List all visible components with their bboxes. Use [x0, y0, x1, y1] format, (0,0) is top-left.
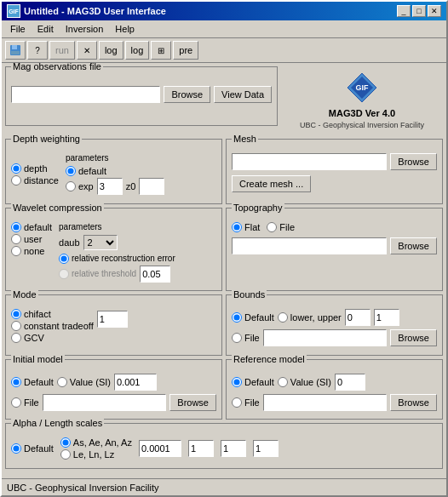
mag-obs-input[interactable] [11, 86, 160, 103]
initial-browse-button[interactable]: Browse [169, 394, 216, 411]
distance-radio[interactable] [11, 175, 21, 186]
initial-value-input[interactable] [114, 374, 157, 391]
chifact-radio[interactable] [11, 309, 21, 319]
wavelet-user-radio[interactable] [11, 234, 21, 244]
bounds-default-radio[interactable] [232, 312, 242, 323]
mesh-input[interactable] [232, 153, 387, 170]
gcv-radio[interactable] [11, 333, 21, 343]
alpha-le-ln-radio[interactable] [60, 449, 71, 460]
initial-default-label[interactable]: Default [11, 377, 54, 387]
wavelet-none-radio[interactable] [11, 246, 21, 256]
rel-recon-radio[interactable] [59, 254, 69, 264]
bounds-file-label[interactable]: File [232, 329, 260, 346]
toolbar-save-button[interactable] [5, 41, 26, 60]
bounds-browse-button[interactable]: Browse [390, 329, 437, 346]
toolbar-pre-button[interactable]: pre [173, 41, 198, 60]
alpha-default-value[interactable] [139, 440, 181, 457]
mag-obs-view-data-button[interactable]: View Data [214, 86, 272, 103]
svg-text:GIF: GIF [356, 83, 370, 92]
alpha-val1[interactable] [188, 440, 214, 457]
menu-inversion[interactable]: Inversion [60, 22, 109, 36]
alpha-default-radio-label[interactable]: Default [11, 443, 54, 454]
exp-radio-label[interactable]: exp [66, 181, 94, 191]
alpha-as-ae-label[interactable]: As, Ae, An, Az [60, 437, 132, 448]
wavelet-none-label[interactable]: none [11, 246, 52, 256]
depth-radio-label[interactable]: depth [11, 163, 59, 174]
chifact-radio-label[interactable]: chifact [11, 309, 94, 319]
toolbar-help-button[interactable]: ? [27, 41, 48, 60]
wavelet-error-input[interactable] [140, 266, 170, 283]
wavelet-default-radio[interactable] [11, 222, 21, 232]
distance-radio-label[interactable]: distance [11, 175, 59, 186]
gcv-radio-label[interactable]: GCV [11, 333, 94, 343]
z0-input[interactable] [139, 178, 164, 195]
reference-file-label[interactable]: File [232, 394, 260, 411]
alpha-as-ae-radio[interactable] [60, 437, 71, 448]
topo-flat-radio[interactable] [232, 222, 242, 232]
close-button[interactable]: ✕ [428, 5, 441, 17]
reference-value-input[interactable] [335, 374, 365, 391]
initial-default-radio[interactable] [11, 377, 21, 387]
topo-browse-button[interactable]: Browse [390, 237, 437, 254]
topo-input[interactable] [232, 237, 387, 254]
reference-file-input[interactable] [263, 394, 388, 411]
alpha-val2[interactable] [221, 440, 246, 457]
reference-file-radio[interactable] [232, 397, 242, 408]
bounds-default-label[interactable]: Default [232, 312, 274, 323]
initial-file-radio[interactable] [11, 397, 21, 408]
menu-file[interactable]: File [5, 22, 31, 36]
exp-input[interactable] [97, 178, 123, 195]
create-mesh-button[interactable]: Create mesh ... [232, 175, 311, 192]
toolbar-log1-button[interactable]: log [99, 41, 123, 60]
menu-help[interactable]: Help [110, 22, 140, 36]
rel-thresh-radio[interactable] [59, 269, 69, 279]
toolbar-run-button[interactable]: run [49, 41, 75, 60]
reference-default-label[interactable]: Default [232, 377, 274, 387]
constant-tradeoff-radio-label[interactable]: constant tradeoff [11, 321, 94, 331]
menu-edit[interactable]: Edit [32, 22, 59, 36]
bounds-file-input[interactable] [263, 329, 388, 346]
toolbar-grid-button[interactable]: ⊞ [151, 41, 171, 60]
alpha-le-ln-label[interactable]: Le, Ln, Lz [60, 449, 132, 460]
reference-value-radio[interactable] [278, 377, 288, 387]
app-icon: GIF [7, 4, 20, 18]
mesh-browse-button[interactable]: Browse [390, 153, 437, 170]
initial-file-input[interactable] [43, 394, 167, 411]
topo-flat-label[interactable]: Flat [232, 222, 260, 232]
bounds-upper-input[interactable] [374, 309, 399, 326]
initial-file-label[interactable]: File [11, 394, 39, 411]
reference-browse-button[interactable]: Browse [390, 394, 437, 411]
toolbar-log2-button[interactable]: log [125, 41, 150, 60]
default-radio-label[interactable]: default [66, 166, 164, 176]
chifact-input[interactable] [97, 311, 128, 328]
maximize-button[interactable]: □ [412, 5, 426, 17]
topo-file-radio[interactable] [267, 222, 277, 232]
bounds-lower-input[interactable] [345, 309, 370, 326]
wavelet-user-label[interactable]: user [11, 234, 52, 244]
top-row: Mag observations file Browse View Data G… [5, 66, 443, 135]
depth-default-radio[interactable] [66, 166, 76, 176]
daub-select[interactable]: 2468 [83, 235, 118, 250]
bounds-file-radio[interactable] [232, 333, 242, 343]
rel-recon-label[interactable]: relative reconstruction error [59, 254, 175, 264]
toolbar-stop-button[interactable]: ✕ [77, 41, 97, 60]
wavelet-default-label[interactable]: default [11, 222, 52, 232]
constant-tradeoff-radio[interactable] [11, 321, 21, 331]
depth-option-label: depth [24, 163, 48, 174]
alpha-default-radio[interactable] [11, 443, 21, 454]
svg-rect-2 [11, 51, 20, 54]
bounds-lower-upper-label[interactable]: lower, upper [278, 312, 342, 323]
reference-value-label[interactable]: Value (SI) [278, 377, 331, 387]
reference-default-radio[interactable] [232, 377, 242, 387]
mag-obs-browse-button[interactable]: Browse [164, 86, 210, 103]
initial-value-radio[interactable] [57, 377, 67, 387]
depth-radio[interactable] [11, 163, 21, 174]
topo-file-label[interactable]: File [267, 222, 295, 232]
minimize-button[interactable]: _ [397, 5, 411, 17]
bounds-lower-upper-radio[interactable] [278, 312, 288, 323]
alpha-group: Alpha / Length scales Default As, Ae, An… [5, 423, 443, 468]
rel-thresh-label[interactable]: relative threshold [59, 269, 136, 279]
alpha-val3[interactable] [253, 440, 279, 457]
depth-exp-radio[interactable] [66, 181, 76, 191]
initial-value-label[interactable]: Value (SI) [57, 377, 111, 387]
